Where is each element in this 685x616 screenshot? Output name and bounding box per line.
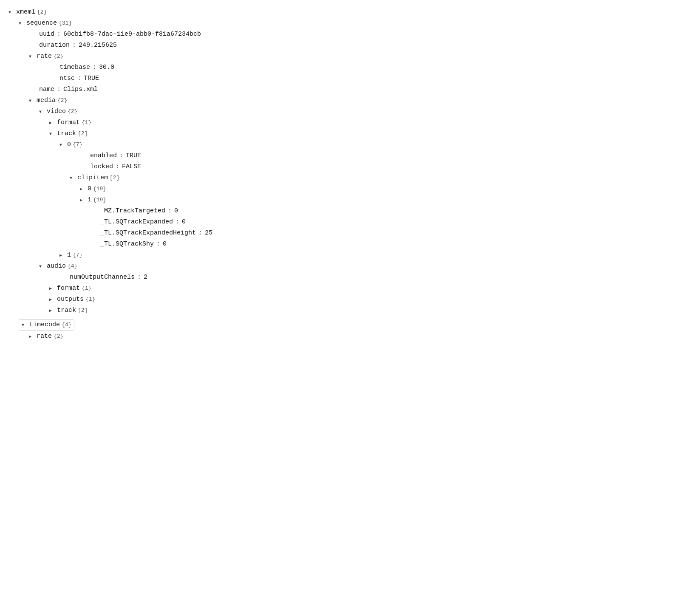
kv-separator: :: [119, 151, 123, 161]
node-rate-1: ▼rate {2}: [8, 51, 677, 62]
media-badge: {2}: [57, 96, 67, 105]
kv-value: 0: [163, 239, 167, 249]
expand-audioformat-icon[interactable]: ▶: [49, 285, 55, 292]
node-track-0: ▼0 {7}: [8, 139, 677, 150]
node-outputs: ▶outputs {1}: [8, 294, 677, 305]
track1-key: 1: [67, 250, 71, 260]
kv-separator: :: [137, 272, 141, 283]
kv-row: numOutputChannels : 2: [8, 272, 677, 283]
expand-audiotrack-icon[interactable]: ▶: [49, 308, 55, 314]
node-format-1: ▶format {1}: [8, 117, 677, 128]
kv-separator: :: [57, 85, 61, 95]
audioformat-badge: {1}: [82, 284, 91, 293]
expand-track1-icon[interactable]: ▶: [59, 252, 65, 259]
outputs-key: outputs: [57, 294, 84, 305]
kv-separator: :: [77, 73, 81, 84]
audiotrack-key: track: [57, 305, 76, 316]
kv-separator: :: [116, 162, 119, 172]
kv-row: duration : 249.215625: [8, 40, 677, 51]
kv-value: 60cb1fb8-7dac-11e9-abb0-f81a67234bcb: [63, 29, 201, 40]
track1-badge: {7}: [73, 251, 82, 260]
node-sequence: ▼sequence {31}: [8, 18, 677, 29]
kv-row: enabled : TRUE: [8, 150, 677, 161]
kv-separator: :: [57, 29, 61, 40]
expand-clipitem-icon[interactable]: ▼: [70, 175, 76, 182]
node-clipitem: ▼clipitem [2]: [8, 172, 677, 184]
node-audio-track: ▶track [2]: [8, 305, 677, 316]
expand-track-icon[interactable]: ▼: [49, 131, 55, 138]
kv-separator: :: [93, 62, 96, 73]
expand-tcrate-icon[interactable]: ▶: [29, 333, 35, 340]
kv-key: timebase: [59, 62, 90, 73]
node-media: ▼media {2}: [8, 95, 677, 106]
kv-row: name : Clips.xml: [8, 84, 677, 95]
kv-key: numOutputChannels: [70, 272, 135, 283]
xmeml-key: xmeml: [16, 7, 35, 17]
node-timecode-rate: ▶rate {2}: [8, 331, 677, 342]
expand-xmeml-icon[interactable]: ▼: [8, 9, 14, 16]
track-badge: [2]: [78, 130, 88, 138]
kv-value: 2: [144, 272, 147, 283]
clipitem-badge: [2]: [110, 174, 119, 183]
xmeml-badge: {2}: [37, 8, 47, 17]
timecode-badge: {4}: [62, 321, 71, 330]
kv-key: _TL.SQTrackExpandedHeight: [100, 228, 196, 238]
tcrate-key: rate: [37, 331, 52, 342]
track0-badge: {7}: [73, 141, 82, 150]
kv-key: duration: [39, 40, 70, 51]
audio-key: audio: [47, 261, 66, 271]
expand-rate1-icon[interactable]: ▼: [29, 54, 35, 60]
kv-value: TRUE: [84, 73, 99, 84]
kv-key: _TL.SQTrackExpanded: [100, 217, 173, 227]
kv-row: _TL.SQTrackExpandedHeight : 25: [8, 228, 677, 239]
ci0-key: 0: [88, 184, 91, 194]
kv-separator: :: [72, 40, 76, 51]
audioformat-key: format: [57, 283, 80, 294]
ci0-badge: {19}: [93, 185, 106, 194]
sequence-badge: {31}: [59, 19, 72, 28]
rate1-badge: {2}: [54, 52, 63, 61]
expand-ci1-icon[interactable]: ▶: [80, 197, 86, 204]
expand-media-icon[interactable]: ▼: [29, 98, 35, 105]
root-xmeml: ▼xmeml {2}: [8, 7, 677, 18]
sequence-key: sequence: [26, 18, 57, 28]
kv-row: timebase : 30.0: [8, 62, 677, 73]
kv-row: _TL.SQTrackShy : 0: [8, 239, 677, 250]
media-key: media: [37, 96, 56, 106]
clipitem-key: clipitem: [77, 173, 108, 183]
expand-video-icon[interactable]: ▼: [39, 109, 45, 116]
kv-value: FALSE: [122, 162, 141, 172]
node-audio-format: ▶format {1}: [8, 283, 677, 294]
kv-key: enabled: [90, 151, 117, 161]
kv-separator: :: [168, 206, 172, 216]
kv-row: _TL.SQTrackExpanded : 0: [8, 217, 677, 228]
kv-value: Clips.xml: [63, 85, 98, 95]
expand-format1-icon[interactable]: ▶: [49, 120, 55, 127]
expand-ci0-icon[interactable]: ▶: [80, 186, 86, 193]
expand-track0-icon[interactable]: ▼: [59, 142, 65, 149]
kv-separator: :: [156, 239, 160, 249]
kv-separator: :: [198, 228, 202, 238]
expand-audio-icon[interactable]: ▼: [39, 263, 45, 270]
expand-sequence-icon[interactable]: ▼: [19, 20, 25, 27]
kv-value: 25: [205, 228, 212, 238]
tcrate-badge: {2}: [54, 332, 63, 341]
video-key: video: [47, 107, 66, 117]
expand-outputs-icon[interactable]: ▶: [49, 297, 55, 303]
format1-key: format: [57, 118, 80, 128]
kv-value: TRUE: [126, 151, 141, 161]
ci1-key: 1: [88, 195, 91, 205]
ci1-badge: {19}: [93, 196, 106, 205]
kv-row: ntsc : TRUE: [8, 73, 677, 84]
track0-key: 0: [67, 140, 71, 150]
node-video: ▼video {2}: [8, 106, 677, 117]
expand-timecode-icon[interactable]: ▼: [22, 322, 28, 329]
format1-badge: {1}: [82, 119, 91, 127]
kv-row: locked : FALSE: [8, 161, 677, 172]
outputs-badge: {1}: [85, 295, 95, 304]
audiotrack-badge: [2]: [78, 306, 88, 315]
kv-key: locked: [90, 162, 113, 172]
node-timecode: ▼timecode {4}: [8, 316, 677, 331]
node-track: ▼track [2]: [8, 128, 677, 139]
kv-value: 0: [174, 206, 178, 216]
